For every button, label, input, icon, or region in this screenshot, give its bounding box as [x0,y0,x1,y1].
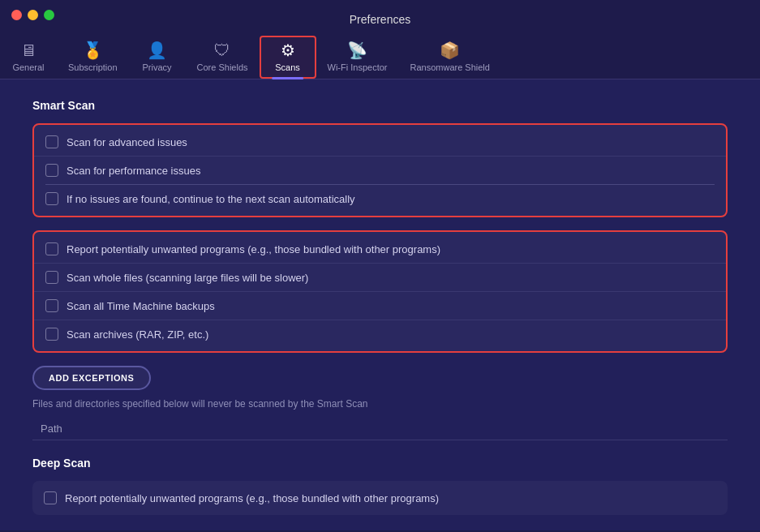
label-archives: Scan archives (RAR, ZIP, etc.) [67,328,208,341]
list-item[interactable]: Report potentially unwanted programs (e.… [34,235,726,263]
checkbox-time-machine[interactable] [45,299,58,312]
subscription-icon: 🏅 [83,42,103,58]
ransomware-shield-icon: 📦 [440,42,460,58]
path-header: Path [32,418,728,440]
list-item[interactable]: If no issues are found, continue to the … [34,185,726,212]
core-shields-icon: 🛡 [214,42,230,58]
nav-item-scans[interactable]: ⚙ Scans [260,36,316,79]
nav-label-wifi-inspector: Wi-Fi Inspector [328,62,388,72]
list-item[interactable]: Scan for performance issues [34,156,726,184]
nav-item-wifi-inspector[interactable]: 📡 Wi-Fi Inspector [316,37,399,79]
nav-label-core-shields: Core Shields [197,62,248,72]
checkbox-whole-files[interactable] [45,271,58,284]
add-exceptions-button[interactable]: ADD EXCEPTIONS [32,366,151,390]
nav-label-scans: Scans [275,62,300,72]
checkbox-archives[interactable] [45,328,58,341]
smart-scan-group-2: Report potentially unwanted programs (e.… [32,230,728,353]
nav-label-privacy: Privacy [143,62,172,72]
label-advanced-issues: Scan for advanced issues [67,136,187,148]
label-deep-unwanted: Report potentially unwanted programs (e.… [65,492,439,504]
smart-scan-title: Smart Scan [32,99,728,112]
list-item[interactable]: Scan archives (RAR, ZIP, etc.) [34,320,726,348]
nav-item-subscription[interactable]: 🏅 Subscription [57,37,129,79]
wifi-inspector-icon: 📡 [347,42,367,58]
label-performance-issues: Scan for performance issues [67,165,200,177]
nav-label-subscription: Subscription [68,62,118,72]
checkbox-deep-unwanted[interactable] [44,491,57,504]
nav-item-general[interactable]: 🖥 General [0,37,57,79]
close-button[interactable] [11,10,22,20]
deep-scan-group: Report potentially unwanted programs (e.… [32,481,728,515]
deep-scan-title: Deep Scan [32,457,728,470]
titlebar: Preferences [0,0,760,29]
nav-bar: 🖥 General 🏅 Subscription 👤 Privacy 🛡 Cor… [0,29,760,79]
nav-label-general: General [12,62,44,72]
maximize-button[interactable] [44,10,54,20]
list-item[interactable]: Report potentially unwanted programs (e.… [32,484,728,512]
checkbox-performance-issues[interactable] [45,164,58,177]
checkbox-advanced-issues[interactable] [45,135,58,148]
nav-item-core-shields[interactable]: 🛡 Core Shields [186,37,260,79]
checkbox-continue-next[interactable] [45,192,58,205]
main-content: Smart Scan Scan for advanced issues Scan… [0,79,760,530]
label-unwanted-programs: Report potentially unwanted programs (e.… [67,243,440,255]
minimize-button[interactable] [28,10,38,20]
list-item[interactable]: Scan all Time Machine backups [34,291,726,320]
label-time-machine: Scan all Time Machine backups [67,300,215,312]
nav-item-ransomware-shield[interactable]: 📦 Ransomware Shield [399,37,501,79]
general-icon: 🖥 [20,42,36,58]
privacy-icon: 👤 [147,42,167,58]
exceptions-description: Files and directories specified below wi… [32,398,728,410]
list-item[interactable]: Scan for advanced issues [34,128,726,156]
traffic-lights [11,10,54,20]
nav-label-ransomware-shield: Ransomware Shield [410,62,490,72]
nav-item-privacy[interactable]: 👤 Privacy [129,37,186,79]
checkbox-unwanted-programs[interactable] [45,242,58,255]
smart-scan-group-1: Scan for advanced issues Scan for perfor… [32,123,728,217]
label-continue-next: If no issues are found, continue to the … [67,193,355,205]
window-title: Preferences [350,13,410,26]
scans-icon: ⚙ [281,42,295,58]
list-item[interactable]: Scan whole files (scanning large files w… [34,263,726,291]
label-whole-files: Scan whole files (scanning large files w… [67,272,308,284]
